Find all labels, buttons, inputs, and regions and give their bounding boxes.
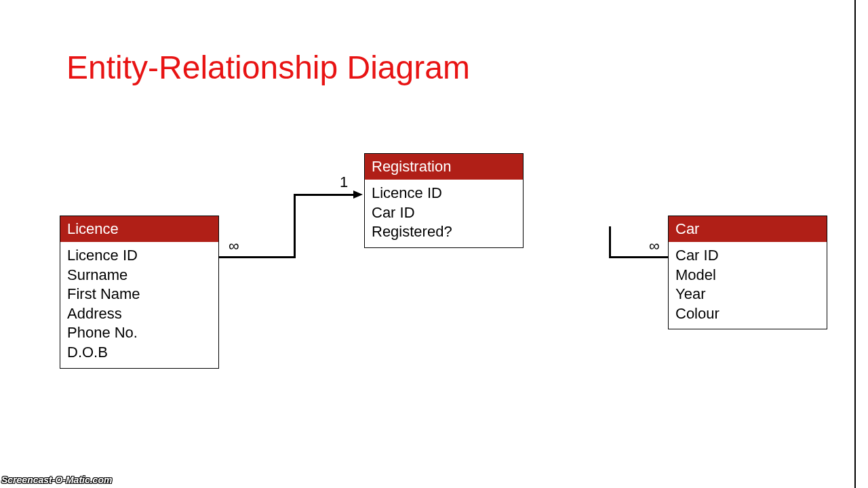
entity-attr: Car ID bbox=[372, 203, 516, 223]
cardinality-licence-side: ∞ bbox=[229, 237, 239, 255]
connector-licence-registration-h1 bbox=[219, 256, 296, 258]
cardinality-registration-side: 1 bbox=[340, 174, 348, 191]
entity-attr: Address bbox=[67, 304, 212, 324]
entity-attr: Surname bbox=[67, 266, 212, 285]
entity-car-body: Car ID Model Year Colour bbox=[669, 242, 827, 329]
entity-attr: D.O.B bbox=[67, 343, 212, 363]
entity-registration-header: Registration bbox=[365, 154, 523, 180]
entity-attr: First Name bbox=[67, 285, 212, 304]
entity-car-header: Car bbox=[669, 216, 827, 242]
entity-attr: Car ID bbox=[675, 246, 820, 266]
entity-attr: Phone No. bbox=[67, 323, 212, 343]
connector-licence-registration-v bbox=[294, 194, 296, 258]
entity-attr: Model bbox=[675, 266, 820, 285]
entity-attr: Licence ID bbox=[67, 246, 212, 266]
cardinality-car-side: ∞ bbox=[649, 237, 660, 255]
entity-licence-header: Licence bbox=[60, 216, 218, 242]
entity-attr: Registered? bbox=[372, 222, 516, 242]
watermark: Screencast-O-Matic.com bbox=[1, 474, 112, 485]
entity-car: Car Car ID Model Year Colour bbox=[668, 216, 827, 329]
entity-licence-body: Licence ID Surname First Name Address Ph… bbox=[60, 242, 218, 368]
entity-attr: Licence ID bbox=[372, 184, 516, 203]
arrowhead-icon bbox=[353, 190, 363, 199]
entity-registration-body: Licence ID Car ID Registered? bbox=[365, 180, 523, 247]
entity-attr: Colour bbox=[675, 304, 820, 324]
entity-registration: Registration Licence ID Car ID Registere… bbox=[364, 153, 524, 248]
connector-licence-registration-h2 bbox=[294, 194, 355, 196]
connector-car-v bbox=[609, 226, 611, 258]
entity-licence: Licence Licence ID Surname First Name Ad… bbox=[60, 216, 219, 369]
entity-attr: Year bbox=[675, 285, 820, 304]
right-border-line bbox=[854, 0, 856, 488]
page-title: Entity-Relationship Diagram bbox=[66, 49, 470, 86]
connector-car-h bbox=[609, 256, 668, 258]
